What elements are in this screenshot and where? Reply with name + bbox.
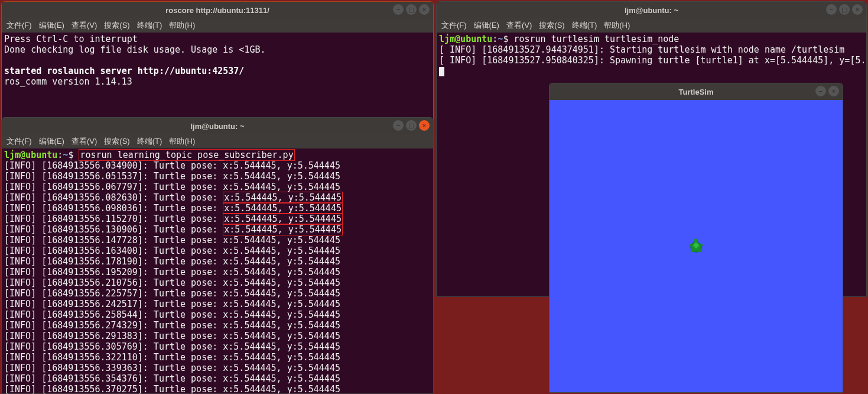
menu-item[interactable]: 帮助(H) xyxy=(604,20,630,31)
terminal-body-roscore[interactable]: Press Ctrl-C to interrupt Done checking … xyxy=(2,33,433,109)
minimize-icon[interactable]: − xyxy=(826,4,837,15)
titlebar-turtlenode[interactable]: ljm@ubuntu: ~ − ▢ × xyxy=(437,2,866,18)
terminal-subscriber[interactable]: ljm@ubuntu: ~ − ▢ × 文件(F)编辑(E)查看(V)搜索(S)… xyxy=(1,117,434,394)
titlebar-turtlesim[interactable]: TurtleSim − × xyxy=(550,83,843,100)
menu-item[interactable]: 搜索(S) xyxy=(104,136,129,147)
menubar-subscriber: 文件(F)编辑(E)查看(V)搜索(S)终端(T)帮助(H) xyxy=(2,134,433,148)
window-controls: − × xyxy=(815,86,839,96)
menu-item[interactable]: 帮助(H) xyxy=(169,20,195,31)
svg-point-4 xyxy=(700,244,703,246)
menu-item[interactable]: 帮助(H) xyxy=(169,136,195,147)
svg-point-2 xyxy=(694,238,698,243)
menu-item[interactable]: 查看(V) xyxy=(71,20,97,31)
window-controls: − ▢ × xyxy=(826,4,863,15)
menu-item[interactable]: 查看(V) xyxy=(506,20,532,31)
menu-item[interactable]: 搜索(S) xyxy=(539,20,564,31)
turtle-icon xyxy=(686,236,706,256)
menubar-roscore: 文件(F)编辑(E)查看(V)搜索(S)终端(T)帮助(H) xyxy=(2,18,433,33)
terminal-body-turtlenode[interactable]: ljm@ubuntu:~$ rosrun turtlesim turtlesim… xyxy=(437,33,866,77)
titlebar-subscriber[interactable]: ljm@ubuntu: ~ − ▢ × xyxy=(2,118,433,134)
minimize-icon[interactable]: − xyxy=(393,4,404,15)
menubar-turtlenode: 文件(F)编辑(E)查看(V)搜索(S)终端(T)帮助(H) xyxy=(437,18,866,33)
menu-item[interactable]: 编辑(E) xyxy=(39,20,64,31)
window-controls: − ▢ × xyxy=(393,120,430,131)
svg-point-5 xyxy=(691,250,694,252)
turtlesim-canvas[interactable] xyxy=(550,100,843,392)
menu-item[interactable]: 搜索(S) xyxy=(104,20,129,31)
turtlesim-window[interactable]: TurtleSim − × xyxy=(549,83,843,393)
close-icon[interactable]: × xyxy=(852,4,863,15)
menu-item[interactable]: 终端(T) xyxy=(137,136,162,147)
menu-item[interactable]: 编辑(E) xyxy=(39,136,64,147)
minimize-icon[interactable]: − xyxy=(815,86,826,96)
maximize-icon[interactable]: ▢ xyxy=(406,4,417,15)
svg-point-6 xyxy=(698,250,701,252)
menu-item[interactable]: 终端(T) xyxy=(137,20,162,31)
minimize-icon[interactable]: − xyxy=(393,120,404,131)
menu-item[interactable]: 文件(F) xyxy=(6,20,32,31)
maximize-icon[interactable]: ▢ xyxy=(839,4,850,15)
close-icon[interactable]: × xyxy=(419,4,430,15)
terminal-body-subscriber[interactable]: ljm@ubuntu:~$ rosrun learning_topic pose… xyxy=(2,148,433,394)
title-text: TurtleSim xyxy=(679,88,714,96)
svg-point-3 xyxy=(689,244,692,246)
maximize-icon[interactable]: ▢ xyxy=(406,120,417,131)
title-text: ljm@ubuntu: ~ xyxy=(625,6,678,15)
close-icon[interactable]: × xyxy=(419,120,430,131)
titlebar-roscore[interactable]: roscore http://ubuntu:11311/ − ▢ × xyxy=(2,2,433,18)
title-text: roscore http://ubuntu:11311/ xyxy=(165,6,269,15)
menu-item[interactable]: 文件(F) xyxy=(441,20,467,31)
menu-item[interactable]: 文件(F) xyxy=(6,136,32,147)
window-controls: − ▢ × xyxy=(393,4,430,15)
menu-item[interactable]: 编辑(E) xyxy=(474,20,499,31)
menu-item[interactable]: 终端(T) xyxy=(572,20,597,31)
title-text: ljm@ubuntu: ~ xyxy=(190,122,244,131)
close-icon[interactable]: × xyxy=(828,86,839,96)
menu-item[interactable]: 查看(V) xyxy=(71,136,97,147)
